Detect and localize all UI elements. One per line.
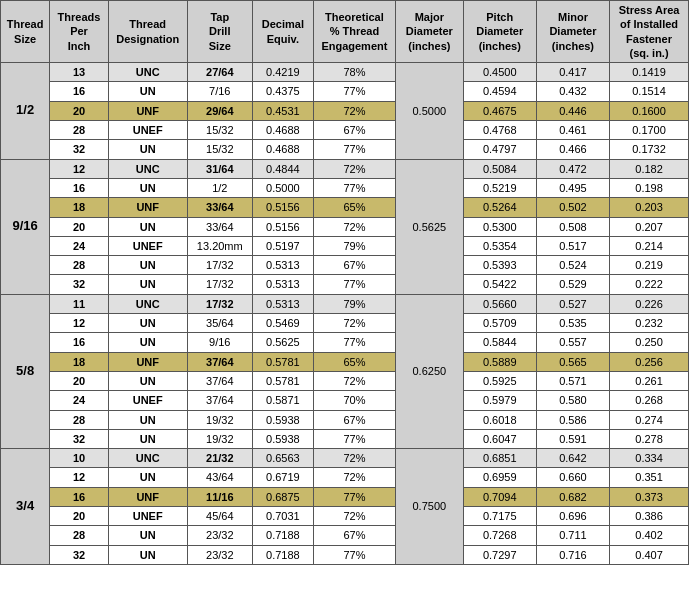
tpi-cell: 16 <box>50 487 109 506</box>
designation-cell: UN <box>108 468 187 487</box>
decimal-cell: 0.4375 <box>252 82 313 101</box>
stress-cell: 0.261 <box>610 371 689 390</box>
designation-cell: UN <box>108 275 187 294</box>
pct-cell: 67% <box>313 121 395 140</box>
stress-cell: 0.402 <box>610 526 689 545</box>
stress-cell: 0.1514 <box>610 82 689 101</box>
designation-cell: UNC <box>108 63 187 82</box>
pct-cell: 72% <box>313 217 395 236</box>
minor-cell: 0.682 <box>536 487 609 506</box>
tap-drill-cell: 33/64 <box>187 198 252 217</box>
tap-drill-cell: 17/32 <box>187 294 252 313</box>
tap-drill-cell: 19/32 <box>187 429 252 448</box>
pitch-cell: 0.4768 <box>463 121 536 140</box>
pct-cell: 77% <box>313 275 395 294</box>
pitch-cell: 0.5979 <box>463 391 536 410</box>
pitch-cell: 0.5844 <box>463 333 536 352</box>
minor-cell: 0.446 <box>536 101 609 120</box>
pitch-cell: 0.6047 <box>463 429 536 448</box>
major-diam-cell: 0.7500 <box>396 449 464 565</box>
header-pitch: PitchDiameter(inches) <box>463 1 536 63</box>
thread-size-cell: 5/8 <box>1 294 50 448</box>
designation-cell: UN <box>108 140 187 159</box>
decimal-cell: 0.5625 <box>252 333 313 352</box>
pct-cell: 70% <box>313 391 395 410</box>
tap-drill-cell: 23/32 <box>187 545 252 564</box>
designation-cell: UNC <box>108 449 187 468</box>
pitch-cell: 0.5354 <box>463 236 536 255</box>
designation-cell: UNEF <box>108 236 187 255</box>
tap-drill-cell: 37/64 <box>187 371 252 390</box>
designation-cell: UNC <box>108 294 187 313</box>
pct-cell: 77% <box>313 140 395 159</box>
decimal-cell: 0.6563 <box>252 449 313 468</box>
stress-cell: 0.203 <box>610 198 689 217</box>
decimal-cell: 0.4688 <box>252 140 313 159</box>
pct-cell: 72% <box>313 449 395 468</box>
header-stress: Stress Areaof InstalledFastener(sq. in.) <box>610 1 689 63</box>
major-diam-cell: 0.6250 <box>396 294 464 448</box>
designation-cell: UNF <box>108 198 187 217</box>
pitch-cell: 0.6018 <box>463 410 536 429</box>
pitch-cell: 0.6851 <box>463 449 536 468</box>
tpi-cell: 12 <box>50 159 109 178</box>
minor-cell: 0.461 <box>536 121 609 140</box>
pitch-cell: 0.5300 <box>463 217 536 236</box>
pct-cell: 67% <box>313 526 395 545</box>
designation-cell: UN <box>108 217 187 236</box>
tap-drill-cell: 29/64 <box>187 101 252 120</box>
tap-drill-cell: 45/64 <box>187 507 252 526</box>
pitch-cell: 0.4500 <box>463 63 536 82</box>
tpi-cell: 18 <box>50 198 109 217</box>
pitch-cell: 0.5889 <box>463 352 536 371</box>
tap-drill-cell: 31/64 <box>187 159 252 178</box>
tap-drill-cell: 15/32 <box>187 121 252 140</box>
decimal-cell: 0.5313 <box>252 275 313 294</box>
stress-cell: 0.226 <box>610 294 689 313</box>
header-minor: MinorDiameter(inches) <box>536 1 609 63</box>
designation-cell: UN <box>108 256 187 275</box>
header-tpi: ThreadsPerInch <box>50 1 109 63</box>
tpi-cell: 32 <box>50 140 109 159</box>
pitch-cell: 0.5709 <box>463 314 536 333</box>
tap-drill-cell: 1/2 <box>187 178 252 197</box>
tap-drill-cell: 19/32 <box>187 410 252 429</box>
pct-cell: 77% <box>313 487 395 506</box>
pct-cell: 77% <box>313 178 395 197</box>
header-theoretical: Theoretical% ThreadEngagement <box>313 1 395 63</box>
designation-cell: UNF <box>108 352 187 371</box>
designation-cell: UNC <box>108 159 187 178</box>
designation-cell: UN <box>108 410 187 429</box>
tpi-cell: 20 <box>50 217 109 236</box>
pitch-cell: 0.7297 <box>463 545 536 564</box>
decimal-cell: 0.4688 <box>252 121 313 140</box>
designation-cell: UN <box>108 314 187 333</box>
tap-drill-cell: 35/64 <box>187 314 252 333</box>
designation-cell: UNF <box>108 101 187 120</box>
decimal-cell: 0.5781 <box>252 371 313 390</box>
tap-drill-cell: 33/64 <box>187 217 252 236</box>
tpi-cell: 24 <box>50 236 109 255</box>
pct-cell: 65% <box>313 352 395 371</box>
designation-cell: UN <box>108 526 187 545</box>
tap-drill-cell: 9/16 <box>187 333 252 352</box>
minor-cell: 0.716 <box>536 545 609 564</box>
tap-drill-cell: 15/32 <box>187 140 252 159</box>
decimal-cell: 0.5313 <box>252 294 313 313</box>
minor-cell: 0.466 <box>536 140 609 159</box>
tpi-cell: 16 <box>50 178 109 197</box>
tap-drill-cell: 21/32 <box>187 449 252 468</box>
tpi-cell: 32 <box>50 429 109 448</box>
pitch-cell: 0.5925 <box>463 371 536 390</box>
decimal-cell: 0.7031 <box>252 507 313 526</box>
stress-cell: 0.386 <box>610 507 689 526</box>
minor-cell: 0.535 <box>536 314 609 333</box>
pct-cell: 77% <box>313 333 395 352</box>
pct-cell: 77% <box>313 82 395 101</box>
pct-cell: 72% <box>313 468 395 487</box>
stress-cell: 0.274 <box>610 410 689 429</box>
tpi-cell: 24 <box>50 391 109 410</box>
tap-drill-cell: 27/64 <box>187 63 252 82</box>
stress-cell: 0.351 <box>610 468 689 487</box>
pitch-cell: 0.5219 <box>463 178 536 197</box>
